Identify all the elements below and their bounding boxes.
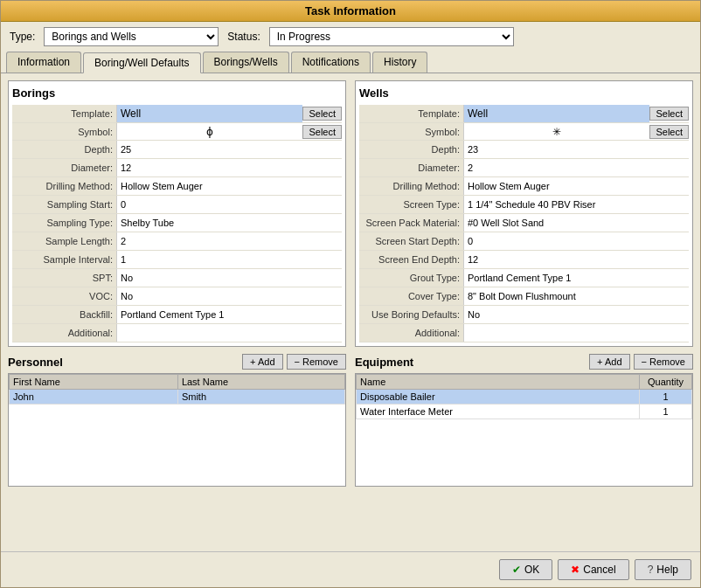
ok-icon: ✔ — [512, 564, 521, 576]
tabs-container: Information Boring/Well Defaults Borings… — [1, 52, 700, 73]
equipment-section: Equipment + Add − Remove Name Quantity — [355, 354, 693, 487]
wells-grout-value: Portland Cement Type 1 — [464, 269, 689, 287]
borings-sampling-start-label: Sampling Start: — [12, 196, 117, 213]
borings-sampling-type-value: Shelby Tube — [117, 214, 342, 232]
tab-notifications[interactable]: Notifications — [291, 52, 371, 73]
equipment-remove-button[interactable]: − Remove — [634, 354, 693, 370]
borings-additional-row: Additional: — [12, 324, 342, 342]
equipment-qty-2: 1 — [640, 405, 692, 419]
dialog-title: Task Information — [305, 4, 396, 17]
equipment-qty-1: 1 — [640, 390, 692, 405]
tab-information[interactable]: Information — [6, 52, 81, 73]
help-button[interactable]: ? Help — [635, 559, 691, 580]
borings-diameter-label: Diameter: — [12, 159, 117, 176]
borings-sample-interval-value: 1 — [117, 251, 342, 268]
equipment-title: Equipment — [355, 356, 586, 369]
wells-symbol-row: Symbol: ✳ Select — [359, 123, 689, 141]
status-select[interactable]: In Progress — [269, 27, 514, 46]
wells-depth-row: Depth: 23 — [359, 141, 689, 159]
type-label: Type: — [10, 31, 35, 43]
borings-sample-interval-row: Sample Interval: 1 — [12, 251, 342, 269]
tab-borings-wells[interactable]: Borings/Wells — [203, 52, 289, 73]
personnel-remove-button[interactable]: − Remove — [287, 354, 346, 370]
borings-additional-label: Additional: — [12, 324, 117, 342]
status-label: Status: — [227, 31, 260, 43]
borings-drilling-label: Drilling Method: — [12, 177, 117, 195]
borings-symbol-row: Symbol: ϕ Select — [12, 123, 342, 141]
borings-backfill-label: Backfill: — [12, 306, 117, 323]
wells-template-row: Template: Well Select — [359, 105, 689, 123]
wells-screen-pack-value: #0 Well Slot Sand — [464, 214, 689, 232]
dialog-container: Task Information Type: Borings and Wells… — [0, 0, 701, 588]
wells-drilling-label: Drilling Method: — [359, 177, 464, 195]
borings-symbol-value: ϕ — [117, 124, 302, 140]
equipment-header: Equipment + Add − Remove — [355, 354, 693, 370]
wells-template-value: Well — [464, 105, 649, 122]
wells-screen-type-label: Screen Type: — [359, 196, 464, 213]
wells-symbol-label: Symbol: — [359, 123, 464, 140]
cancel-button[interactable]: ✖ Cancel — [558, 559, 628, 580]
borings-sample-length-label: Sample Length: — [12, 232, 117, 250]
wells-symbol-select-btn[interactable]: Select — [649, 125, 689, 139]
borings-sampling-type-row: Sampling Type: Shelby Tube — [12, 214, 342, 232]
cancel-icon: ✖ — [571, 564, 580, 576]
borings-depth-value: 25 — [117, 141, 342, 158]
borings-sample-length-row: Sample Length: 2 — [12, 232, 342, 251]
borings-drilling-row: Drilling Method: Hollow Stem Auger — [12, 177, 342, 196]
wells-diameter-value: 2 — [464, 159, 689, 176]
two-panels: Borings Template: Well Select Symbol: ϕ … — [8, 80, 693, 347]
wells-additional-value — [464, 324, 689, 342]
type-select[interactable]: Borings and Wells — [44, 27, 219, 46]
borings-template-label: Template: — [12, 105, 117, 122]
borings-sampling-type-label: Sampling Type: — [12, 214, 117, 232]
wells-depth-label: Depth: — [359, 141, 464, 158]
ok-button[interactable]: ✔ OK — [499, 559, 552, 580]
personnel-firstname: John — [10, 390, 178, 405]
borings-spt-value: No — [117, 269, 342, 287]
cancel-label: Cancel — [583, 564, 615, 576]
wells-screen-pack-row: Screen Pack Material: #0 Well Slot Sand — [359, 214, 689, 232]
borings-template-row: Template: Well Select — [12, 105, 342, 123]
borings-symbol-select-btn[interactable]: Select — [302, 125, 342, 139]
wells-drilling-value: Hollow Stem Auger — [464, 177, 689, 195]
table-row[interactable]: Water Interface Meter 1 — [357, 405, 692, 419]
personnel-col-lastname: Last Name — [177, 375, 344, 390]
borings-drilling-value: Hollow Stem Auger — [117, 177, 342, 195]
equipment-col-qty: Quantity — [640, 375, 692, 390]
wells-use-boring-value: No — [464, 306, 689, 323]
table-row[interactable]: John Smith — [10, 390, 345, 405]
wells-diameter-row: Diameter: 2 — [359, 159, 689, 177]
equipment-table: Name Quantity Disposable Bailer 1 Water … — [356, 374, 692, 419]
borings-voc-row: VOC: No — [12, 287, 342, 306]
tab-boring-well-defaults[interactable]: Boring/Well Defaults — [83, 52, 201, 73]
personnel-col-firstname: First Name — [10, 375, 178, 390]
borings-title: Borings — [12, 85, 342, 101]
personnel-title: Personnel — [8, 356, 239, 369]
wells-screen-end-row: Screen End Depth: 12 — [359, 251, 689, 269]
equipment-name-2: Water Interface Meter — [357, 405, 640, 419]
help-label: Help — [656, 564, 678, 576]
footer: ✔ OK ✖ Cancel ? Help — [1, 551, 700, 587]
borings-voc-value: No — [117, 287, 342, 305]
borings-diameter-value: 12 — [117, 159, 342, 176]
tab-history[interactable]: History — [372, 52, 427, 73]
wells-cover-label: Cover Type: — [359, 287, 464, 305]
wells-panel: Wells Template: Well Select Symbol: ✳ Se… — [355, 80, 693, 347]
wells-screen-type-row: Screen Type: 1 1/4" Schedule 40 PBV Rise… — [359, 196, 689, 214]
table-row[interactable]: Disposable Bailer 1 — [357, 390, 692, 405]
equipment-add-button[interactable]: + Add — [589, 354, 629, 370]
borings-template-select-btn[interactable]: Select — [302, 107, 342, 121]
borings-voc-label: VOC: — [12, 287, 117, 305]
wells-additional-row: Additional: — [359, 324, 689, 342]
wells-template-select-btn[interactable]: Select — [649, 107, 689, 121]
borings-backfill-row: Backfill: Portland Cement Type 1 — [12, 306, 342, 324]
bottom-section: Personnel + Add − Remove First Name Last… — [8, 354, 693, 487]
personnel-add-button[interactable]: + Add — [242, 354, 282, 370]
borings-symbol-label: Symbol: — [12, 123, 117, 140]
borings-sampling-start-value: 0 — [117, 196, 342, 213]
wells-drilling-row: Drilling Method: Hollow Stem Auger — [359, 177, 689, 196]
borings-sample-length-value: 2 — [117, 232, 342, 250]
borings-sample-interval-label: Sample Interval: — [12, 251, 117, 268]
equipment-table-container: Name Quantity Disposable Bailer 1 Water … — [355, 373, 693, 487]
borings-spt-row: SPT: No — [12, 269, 342, 287]
